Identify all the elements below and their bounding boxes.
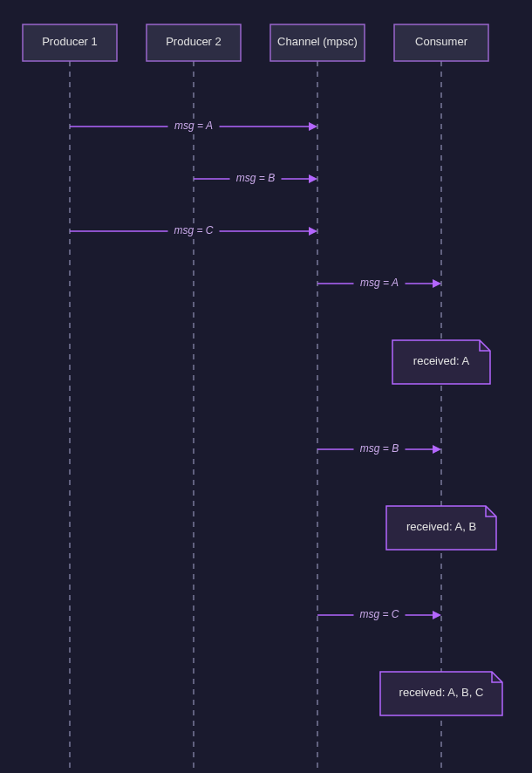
message-label: msg = C	[174, 224, 213, 236]
arrowhead-icon	[309, 122, 317, 131]
message-label: msg = B	[236, 172, 275, 184]
arrowhead-icon	[433, 279, 441, 288]
sequence-diagram: Producer 1Producer 2Channel (mpsc)Consum…	[0, 0, 532, 773]
participant-label-co: Consumer	[415, 35, 468, 48]
participant-label-ch: Channel (mpsc)	[277, 35, 358, 48]
message-label: msg = B	[360, 442, 399, 455]
arrowhead-icon	[309, 227, 317, 236]
message-label: msg = A	[174, 120, 213, 132]
note-label: received: A	[413, 354, 470, 367]
arrowhead-icon	[433, 445, 441, 454]
arrowhead-icon	[433, 611, 441, 619]
message-label: msg = C	[359, 608, 399, 620]
note-label: received: A, B	[406, 520, 476, 533]
arrowhead-icon	[309, 174, 317, 183]
participant-label-p1: Producer 1	[42, 35, 98, 48]
participant-label-p2: Producer 2	[166, 35, 222, 48]
message-label: msg = A	[360, 277, 399, 289]
note-label: received: A, B, C	[399, 686, 484, 699]
